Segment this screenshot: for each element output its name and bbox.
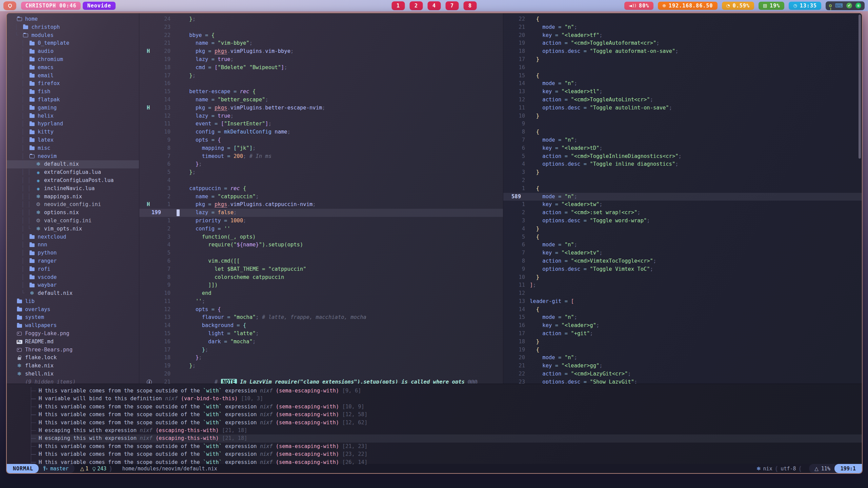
- diagnostic-row[interactable]: Hthis variable comes from the scope outs…: [31, 443, 862, 450]
- code-line[interactable]: 22 {: [503, 15, 862, 23]
- code-line[interactable]: 6 };: [139, 160, 503, 168]
- code-line[interactable]: 23: [139, 23, 503, 32]
- code-line[interactable]: 8 action = "<cmd>VimtexTocToggle<cr>";: [503, 257, 862, 265]
- tree-item[interactable]: flake.lock: [7, 354, 139, 362]
- code-line[interactable]: 17 action = "+git";: [503, 330, 862, 338]
- code-line[interactable]: 11 event = ["InsertEnter"];: [139, 120, 503, 128]
- tree-item[interactable]: │ ranger: [7, 257, 139, 265]
- code-line[interactable]: 21 key = "<leader>gg";: [503, 362, 862, 370]
- code-line[interactable]: 5 {: [503, 233, 862, 241]
- workspace-button[interactable]: 2: [409, 1, 423, 10]
- tree-item[interactable]: │ chromium: [7, 56, 139, 64]
- code-line[interactable]: 15 better-escape = rec {: [139, 88, 503, 96]
- tree-item[interactable]: │ │ ◉inclineNavic.lua: [7, 185, 139, 193]
- tree-item[interactable]: │ │ ⚙vale_config.ini: [7, 217, 139, 225]
- code-line[interactable]: 12 opts = {: [139, 306, 503, 314]
- code-line[interactable]: 12: [503, 289, 862, 298]
- code-line[interactable]: 9 opts = {: [139, 136, 503, 144]
- workspace-button[interactable]: 4: [427, 1, 441, 10]
- code-line[interactable]: 1 priority = 1000;: [139, 217, 503, 225]
- code-line[interactable]: 8 mapping = ["jk"];: [139, 144, 503, 152]
- code-line[interactable]: 23 options.desc = "Show LazyGit";: [503, 378, 862, 384]
- tree-item[interactable]: │ nnn: [7, 241, 139, 249]
- code-line[interactable]: 21 name = "vim-bbye";: [139, 39, 503, 47]
- tree-item[interactable]: │ audio: [7, 47, 139, 56]
- tree-item[interactable]: │ fish: [7, 88, 139, 96]
- code-line[interactable]: 13 key = "<leader>tl";: [503, 88, 862, 96]
- tree-item[interactable]: M↓README.md: [7, 338, 139, 346]
- code-line[interactable]: 3 function(_, opts): [139, 233, 503, 241]
- code-line[interactable]: 19 {: [503, 346, 862, 354]
- tree-item[interactable]: Three-Bears.png: [7, 346, 139, 354]
- tree-item[interactable]: │ vscode: [7, 273, 139, 282]
- tree-item[interactable]: ❄shell.nix: [7, 370, 139, 378]
- diagnostic-row[interactable]: Hthis variable comes from the scope outs…: [31, 459, 862, 466]
- workspace-button[interactable]: 7: [445, 1, 459, 10]
- code-line[interactable]: 6 key = "<leader>tD";: [503, 144, 862, 152]
- code-line[interactable]: 3 }: [503, 168, 862, 177]
- diagnostic-row[interactable]: Hvariable will bind to this definition n…: [31, 395, 862, 403]
- tree-item[interactable]: │ │ ❄mappings.nix: [7, 193, 139, 201]
- code-line[interactable]: 7 let $BAT_THEME = "catppuccin": [139, 265, 503, 273]
- code-line[interactable]: 17 };: [139, 346, 503, 354]
- code-line[interactable]: 14 {: [503, 306, 862, 314]
- code-line[interactable]: 12 lazy = true;: [139, 112, 503, 120]
- code-line[interactable]: 8 {: [503, 128, 862, 136]
- code-line[interactable]: 19 action = "<cmd>ToggleAutoformat<cr>";: [503, 39, 862, 47]
- tree-item[interactable]: Foggy-Lake.png: [7, 330, 139, 338]
- code-line[interactable]: 17 }: [503, 56, 862, 64]
- code-line[interactable]: 19 };: [139, 362, 503, 370]
- workspace-button[interactable]: 1: [391, 1, 405, 10]
- code-line[interactable]: 22 action = "<cmd>LazyGit<cr>";: [503, 370, 862, 378]
- code-line[interactable]: 5 };: [139, 168, 503, 177]
- code-line[interactable]: 13 flavour = "mocha"; # latte, frappe, m…: [139, 313, 503, 322]
- code-line[interactable]: 11 options.desc = "Toggle autolint-on-sa…: [503, 104, 862, 112]
- tree-item[interactable]: │ email: [7, 72, 139, 80]
- code-line[interactable]: 21 mode = "n";: [503, 23, 862, 32]
- code-line[interactable]: 3 options.desc = "Toggle word-wrap";: [503, 217, 862, 225]
- diagnostic-row[interactable]: Hthis variable comes from the scope outs…: [31, 450, 862, 458]
- tree-item[interactable]: │ │ ⚙neovide_config.ini: [7, 201, 139, 209]
- code-line[interactable]: 17 };: [139, 72, 503, 80]
- code-line[interactable]: 15 {: [503, 72, 862, 80]
- tree-item[interactable]: │ kitty: [7, 128, 139, 136]
- tree-item[interactable]: │ rofi: [7, 265, 139, 273]
- tree-item[interactable]: │ firefox: [7, 80, 139, 88]
- tree-item[interactable]: │ │ ❄default.nix: [7, 160, 139, 168]
- code-line[interactable]: 4 require("${name}").setup(opts): [139, 241, 503, 249]
- code-line[interactable]: 20 mode = "n";: [503, 354, 862, 362]
- tree-item[interactable]: │ python: [7, 249, 139, 257]
- keyboard-icon[interactable]: ⌨: [835, 2, 843, 9]
- code-line[interactable]: 24 };: [139, 15, 503, 23]
- code-line[interactable]: 18 cmd = ["Bdelete" "Bwipeout"];: [139, 64, 503, 72]
- launcher-button[interactable]: [3, 1, 16, 10]
- tree-item[interactable]: └ modules: [7, 32, 139, 40]
- code-line[interactable]: 14 mode = "n";: [503, 80, 862, 88]
- code-line[interactable]: 7 mode = "n";: [503, 136, 862, 144]
- code-line[interactable]: 8 colorscheme catppuccin: [139, 273, 503, 282]
- code-line[interactable]: 15 mode = "n";: [503, 313, 862, 322]
- code-line[interactable]: 4 }: [503, 225, 862, 233]
- tree-item[interactable]: lib: [7, 298, 139, 306]
- key-icon[interactable]: [829, 4, 832, 7]
- code-line[interactable]: 4 options.desc = "Toggle inline diagnost…: [503, 160, 862, 168]
- tree-item[interactable]: overlays: [7, 306, 139, 314]
- code-line[interactable]: 16 dark = "mocha";: [139, 338, 503, 346]
- code-line[interactable]: 13leader-git = [: [503, 298, 862, 306]
- tree-item[interactable]: wallpapers: [7, 322, 139, 330]
- tree-item[interactable]: │ └ ❄vim_opts.nix: [7, 225, 139, 233]
- code-line[interactable]: 20: [139, 370, 503, 378]
- code-line[interactable]: 11 '';: [139, 298, 503, 306]
- tree-item[interactable]: system: [7, 313, 139, 322]
- tree-item[interactable]: │ flatpak: [7, 96, 139, 104]
- tree-item[interactable]: │ helix: [7, 112, 139, 120]
- code-line[interactable]: 16: [503, 64, 862, 72]
- code-line[interactable]: 22 bbye = {: [139, 32, 503, 40]
- tree-item[interactable]: │ gaming: [7, 104, 139, 112]
- check-icon[interactable]: ✔: [846, 3, 852, 8]
- code-line[interactable]: 7 timeout = 200; # In ms: [139, 152, 503, 161]
- code-line[interactable]: 20 key = "<leader>tf";: [503, 32, 862, 40]
- code-line[interactable]: 2 config = '': [139, 225, 503, 233]
- code-line[interactable]: 18 };: [139, 354, 503, 362]
- tree-item[interactable]: │ hyprland: [7, 120, 139, 128]
